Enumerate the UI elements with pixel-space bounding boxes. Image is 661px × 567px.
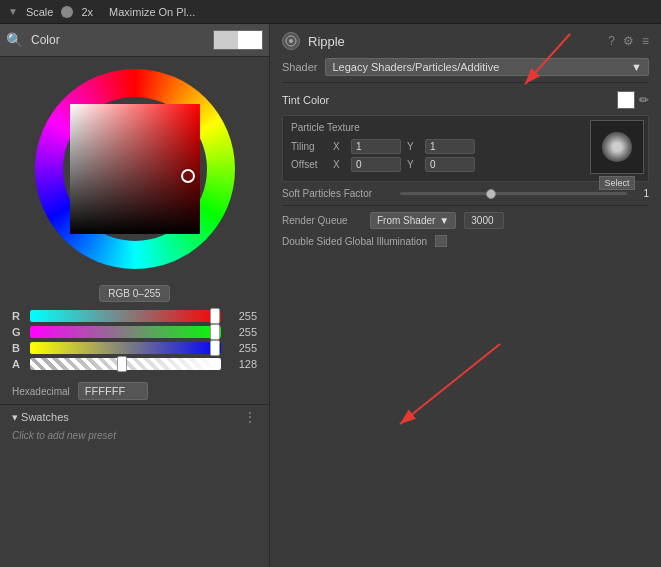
hex-row: Hexadecimal: [0, 378, 269, 404]
slider-row-g: G 255: [12, 326, 257, 338]
ripple-icon: [282, 32, 300, 50]
render-queue-label: Render Queue: [282, 215, 362, 226]
swatches-menu-icon[interactable]: ⋮: [243, 409, 257, 425]
particle-texture-section: Particle Texture Tiling X Y Offset X Y: [282, 115, 649, 182]
hex-label: Hexadecimal: [12, 386, 70, 397]
texture-circle-preview: [602, 132, 632, 162]
swatches-header: ▾ Swatches ⋮: [12, 409, 257, 425]
soft-particles-label: Soft Particles Factor: [282, 188, 392, 199]
rq-dropdown-value: From Shader: [377, 215, 435, 226]
help-icon[interactable]: ?: [608, 34, 615, 48]
scale-arrow-icon: ▼: [8, 6, 18, 17]
offset-x-input[interactable]: [351, 157, 401, 172]
offset-row: Offset X Y: [291, 157, 640, 172]
sliders-container: R 255 G 255 B 255 A: [0, 306, 269, 378]
slider-value-b: 255: [227, 342, 257, 354]
gear-icon[interactable]: ⚙: [623, 34, 634, 48]
color-square-cursor: [181, 169, 195, 183]
scale-dot: [61, 6, 73, 18]
offset-y-label: Y: [407, 159, 419, 170]
slider-label-b: B: [12, 342, 24, 354]
tiling-y-label: Y: [407, 141, 419, 152]
slider-label-g: G: [12, 326, 24, 338]
slider-value-r: 255: [227, 310, 257, 322]
add-preset-text[interactable]: Click to add new preset: [12, 430, 116, 441]
mode-selector[interactable]: RGB 0–255: [99, 285, 169, 302]
render-queue-value-input[interactable]: [464, 212, 504, 229]
maximize-label[interactable]: Maximize On Pl...: [109, 6, 195, 18]
scale-value: 2x: [81, 6, 93, 18]
slider-value-a: 128: [227, 358, 257, 370]
offset-field-label: Offset: [291, 159, 327, 170]
double-sided-label: Double Sided Global Illumination: [282, 236, 427, 247]
swatches-section: ▾ Swatches ⋮ Click to add new preset: [0, 404, 269, 445]
menu-icon[interactable]: ≡: [642, 34, 649, 48]
slider-g[interactable]: [30, 326, 221, 338]
shader-row: Shader Legacy Shaders/Particles/Additive…: [282, 58, 649, 83]
color-square[interactable]: [70, 104, 200, 234]
slider-value-g: 255: [227, 326, 257, 338]
tint-swatch[interactable]: [617, 91, 635, 109]
shader-value: Legacy Shaders/Particles/Additive: [332, 61, 499, 73]
soft-slider-thumb: [486, 189, 496, 199]
render-queue-row: Render Queue From Shader ▼: [282, 205, 649, 229]
soft-slider-container: [400, 192, 627, 195]
eyedropper-icon[interactable]: 🔍: [6, 32, 23, 48]
hex-input[interactable]: [78, 382, 148, 400]
slider-row-r: R 255: [12, 310, 257, 322]
slider-r[interactable]: [30, 310, 221, 322]
color-swatch-preview[interactable]: [213, 30, 263, 50]
slider-a[interactable]: [30, 358, 221, 370]
color-panel-header: 🔍 Color: [0, 24, 269, 57]
slider-row-a: A 128: [12, 358, 257, 370]
ripple-title: Ripple: [308, 34, 345, 49]
shader-label: Shader: [282, 61, 317, 73]
tint-edit-icon[interactable]: ✏: [639, 93, 649, 107]
slider-thumb-g: [210, 324, 220, 340]
tiling-row: Tiling X Y: [291, 139, 640, 154]
tiling-x-label: X: [333, 141, 345, 152]
color-wheel-container[interactable]: [0, 57, 269, 281]
right-panel: Ripple ? ⚙ ≡ Shader Legacy Shaders/Parti…: [270, 24, 661, 567]
slider-label-a: A: [12, 358, 24, 370]
swatches-title: ▾ Swatches: [12, 411, 69, 424]
wheel-inner-mask: [63, 97, 207, 241]
tint-label: Tint Color: [282, 94, 329, 106]
top-bar: ▼ Scale 2x Maximize On Pl...: [0, 0, 661, 24]
mode-selector-row: RGB 0–255: [0, 281, 269, 306]
ripple-header: Ripple ? ⚙ ≡: [282, 32, 649, 50]
tint-controls: ✏: [617, 91, 649, 109]
scale-label: Scale: [26, 6, 54, 18]
shader-dropdown[interactable]: Legacy Shaders/Particles/Additive ▼: [325, 58, 649, 76]
slider-thumb-a: [117, 356, 127, 372]
tiling-field-label: Tiling: [291, 141, 327, 152]
tiling-y-input[interactable]: [425, 139, 475, 154]
particle-texture-label: Particle Texture: [291, 122, 640, 133]
texture-thumbnail[interactable]: [590, 120, 644, 174]
offset-y-input[interactable]: [425, 157, 475, 172]
double-sided-checkbox[interactable]: [435, 235, 447, 247]
slider-row-b: B 255: [12, 342, 257, 354]
tint-color-row: Tint Color ✏: [282, 91, 649, 109]
main-layout: 🔍 Color RGB 0–255 R: [0, 24, 661, 567]
texture-thumbnail-container: Select: [590, 120, 644, 190]
soft-slider-track[interactable]: [400, 192, 627, 195]
slider-b[interactable]: [30, 342, 221, 354]
slider-thumb-r: [210, 308, 220, 324]
soft-particles-value: 1: [643, 188, 649, 199]
rq-dropdown-arrow: ▼: [439, 215, 449, 226]
color-panel-title: Color: [31, 33, 60, 47]
color-wheel[interactable]: [35, 69, 235, 269]
svg-line-4: [400, 344, 500, 424]
slider-label-r: R: [12, 310, 24, 322]
header-icons: ? ⚙ ≡: [608, 34, 649, 48]
double-sided-row: Double Sided Global Illumination: [282, 235, 649, 247]
ripple-title-row: Ripple: [282, 32, 345, 50]
color-panel: 🔍 Color RGB 0–255 R: [0, 24, 270, 567]
render-queue-dropdown[interactable]: From Shader ▼: [370, 212, 456, 229]
shader-dropdown-arrow: ▼: [631, 61, 642, 73]
tiling-x-input[interactable]: [351, 139, 401, 154]
offset-x-label: X: [333, 159, 345, 170]
select-button[interactable]: Select: [599, 176, 634, 190]
svg-point-1: [289, 39, 293, 43]
